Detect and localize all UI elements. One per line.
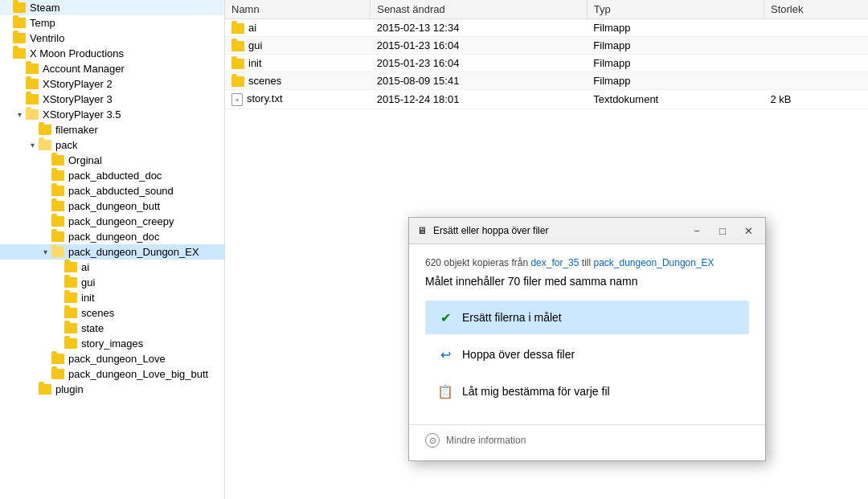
tree-item-xstoryplayer3[interactable]: XStoryPlayer 3	[0, 92, 224, 107]
tree-item-label: Account Manager	[43, 63, 125, 75]
tree-item-state[interactable]: state	[0, 321, 224, 336]
tree-item-label: plugin	[55, 383, 84, 395]
column-header-typ[interactable]: Typ	[587, 0, 764, 19]
folder-icon	[51, 155, 64, 166]
dialog-option-replace[interactable]: ✔Ersätt filerna i målet	[425, 301, 749, 334]
folder-icon	[64, 338, 77, 349]
file-tree: SteamTempVentriloX Moon ProductionsAccou…	[0, 0, 225, 499]
tree-item-pack[interactable]: ▾pack	[0, 137, 224, 153]
tree-item-label: scenes	[81, 307, 114, 319]
table-row[interactable]: ai2015-02-13 12:34Filmapp	[225, 19, 868, 37]
minimize-button[interactable]: −	[686, 223, 707, 239]
folder-icon	[26, 63, 39, 74]
cell-name: gui	[225, 37, 371, 55]
folder-icon	[26, 79, 39, 89]
cell-name: ai	[225, 19, 371, 37]
tree-item-label: pack_abducted_doc	[68, 170, 162, 182]
tree-item-pack-dungeon-butt[interactable]: pack_dungeon_butt	[0, 198, 224, 214]
folder-icon	[51, 216, 64, 227]
folder-icon	[13, 33, 26, 43]
table-row[interactable]: ≡story.txt2015-12-24 18:01Textdokument2 …	[225, 90, 868, 109]
tree-item-steam[interactable]: Steam	[0, 0, 224, 15]
tree-item-pack-dungeon-creepy[interactable]: pack_dungeon_creepy	[0, 214, 224, 229]
cell-size	[764, 72, 868, 90]
dialog-option-decide[interactable]: 📋Låt mig bestämma för varje fil	[425, 374, 749, 408]
tree-item-label: X Moon Productions	[30, 47, 124, 59]
tree-item-pack-dungeon-love-big[interactable]: pack_dungeon_Love_big_butt	[0, 366, 224, 382]
tree-item-ai[interactable]: ai	[0, 260, 224, 275]
column-header-namn[interactable]: Namn	[225, 0, 371, 19]
tree-item-pack-abducted-sound[interactable]: pack_abducted_sound	[0, 183, 224, 198]
table-row[interactable]: init2015-01-23 16:04Filmapp	[225, 55, 868, 72]
folder-icon	[231, 59, 244, 69]
cell-name: init	[225, 55, 371, 72]
folder-icon	[64, 292, 77, 303]
cell-type: Filmapp	[587, 19, 764, 37]
dialog-option-skip[interactable]: ↩Hoppa över dessa filer	[425, 337, 749, 371]
cell-size	[764, 55, 868, 72]
maximize-button[interactable]: □	[712, 223, 733, 239]
tree-item-ventrilo[interactable]: Ventrilo	[0, 31, 224, 46]
tree-item-label: init	[81, 292, 95, 304]
table-row[interactable]: gui2015-01-23 16:04Filmapp	[225, 37, 868, 55]
tree-item-scenes[interactable]: scenes	[0, 305, 224, 321]
dest-link[interactable]: pack_dungeon_Dungon_EX	[593, 257, 714, 268]
folder-icon	[26, 94, 39, 104]
tree-item-label: XStoryPlayer 3.5	[43, 108, 121, 121]
tree-item-label: Ventrilo	[30, 32, 64, 44]
folder-icon	[64, 277, 77, 288]
folder-icon	[51, 354, 64, 364]
source-link[interactable]: dex_for_35	[530, 257, 579, 268]
folder-icon	[13, 2, 26, 13]
tree-item-pack-dungeon-ex[interactable]: ▾pack_dungeon_Dungon_EX	[0, 244, 224, 260]
tree-item-xstoryplayer35[interactable]: ▾XStoryPlayer 3.5	[0, 107, 224, 122]
tree-item-label: Orginal	[68, 154, 102, 166]
tree-item-story-images[interactable]: story_images	[0, 336, 224, 351]
dialog-info: 620 objekt kopieras från dex_for_35 till…	[425, 257, 749, 268]
folder-icon	[51, 170, 64, 181]
cell-size	[764, 37, 868, 55]
dialog-footer: ⊙ Mindre information	[409, 424, 765, 460]
tree-item-label: pack_dungeon_Dungon_EX	[68, 246, 199, 258]
tree-item-account-manager[interactable]: Account Manager	[0, 61, 224, 76]
tree-arrow: ▾	[13, 110, 26, 119]
close-button[interactable]: ✕	[738, 223, 759, 239]
tree-item-label: pack_abducted_sound	[68, 185, 174, 197]
cell-name: scenes	[225, 72, 371, 90]
tree-item-orginal[interactable]: Orginal	[0, 153, 224, 168]
tree-item-filemaker[interactable]: filemaker	[0, 122, 224, 137]
cell-type: Filmapp	[587, 55, 764, 72]
tree-item-label: XStoryPlayer 3	[43, 93, 113, 105]
cell-type: Textdokument	[587, 90, 764, 109]
tree-item-temp[interactable]: Temp	[0, 15, 224, 31]
less-info-label[interactable]: Mindre information	[446, 435, 526, 446]
tree-item-label: Temp	[30, 17, 55, 29]
tree-item-label: pack_dungeon_doc	[68, 231, 160, 243]
tree-item-gui[interactable]: gui	[0, 275, 224, 290]
table-row[interactable]: scenes2015-08-09 15:41Filmapp	[225, 72, 868, 90]
tree-item-plugin[interactable]: plugin	[0, 382, 224, 397]
tree-item-init[interactable]: init	[0, 290, 224, 305]
tree-item-x-moon[interactable]: X Moon Productions	[0, 46, 224, 61]
column-header-senast-ändrad[interactable]: Senast ändrad	[371, 0, 588, 19]
cell-type: Filmapp	[587, 72, 764, 90]
cell-modified: 2015-01-23 16:04	[371, 55, 588, 72]
replace-dialog: 🖥 Ersätt eller hoppa över filer − □ ✕ 62…	[408, 217, 766, 461]
folder-icon	[39, 384, 51, 395]
column-header-storlek[interactable]: Storlek	[764, 0, 868, 19]
folder-icon	[51, 369, 64, 379]
option-text-skip: Hoppa över dessa filer	[462, 348, 575, 361]
tree-item-pack-dungeon-doc[interactable]: pack_dungeon_doc	[0, 229, 224, 244]
tree-item-pack-dungeon-love[interactable]: pack_dungeon_Love	[0, 351, 224, 366]
tree-arrow: ▾	[26, 141, 39, 149]
tree-item-label: state	[81, 322, 104, 334]
folder-icon	[39, 140, 51, 150]
tree-item-pack-abducted-doc[interactable]: pack_abducted_doc	[0, 168, 224, 183]
cell-modified: 2015-02-13 12:34	[371, 19, 588, 37]
folder-icon	[51, 201, 64, 211]
tree-item-xstoryplayer2[interactable]: XStoryPlayer 2	[0, 76, 224, 92]
tree-item-label: gui	[81, 276, 95, 288]
cell-modified: 2015-01-23 16:04	[371, 37, 588, 55]
folder-icon	[51, 231, 64, 242]
tree-item-label: ai	[81, 261, 89, 273]
